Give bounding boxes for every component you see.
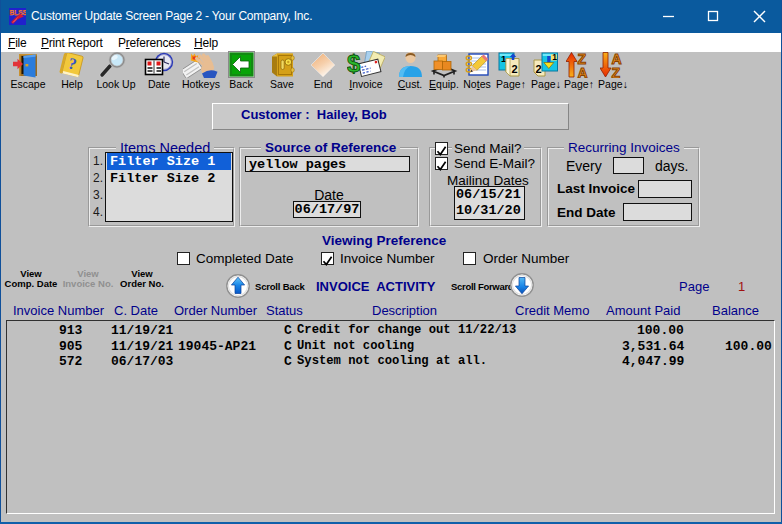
svg-text:BLSS: BLSS xyxy=(10,9,27,16)
svg-text:2: 2 xyxy=(511,63,517,75)
svg-text:$: $ xyxy=(347,51,361,77)
svg-text:A: A xyxy=(577,65,587,79)
svg-text:2: 2 xyxy=(535,63,541,75)
svg-text:1: 1 xyxy=(552,52,557,62)
svg-text:Z: Z xyxy=(611,65,620,79)
